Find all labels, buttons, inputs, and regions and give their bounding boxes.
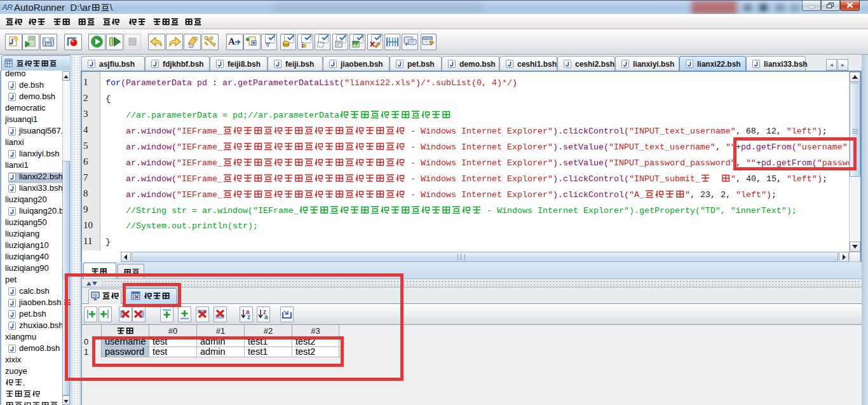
svg-text:A: A: [228, 36, 235, 46]
